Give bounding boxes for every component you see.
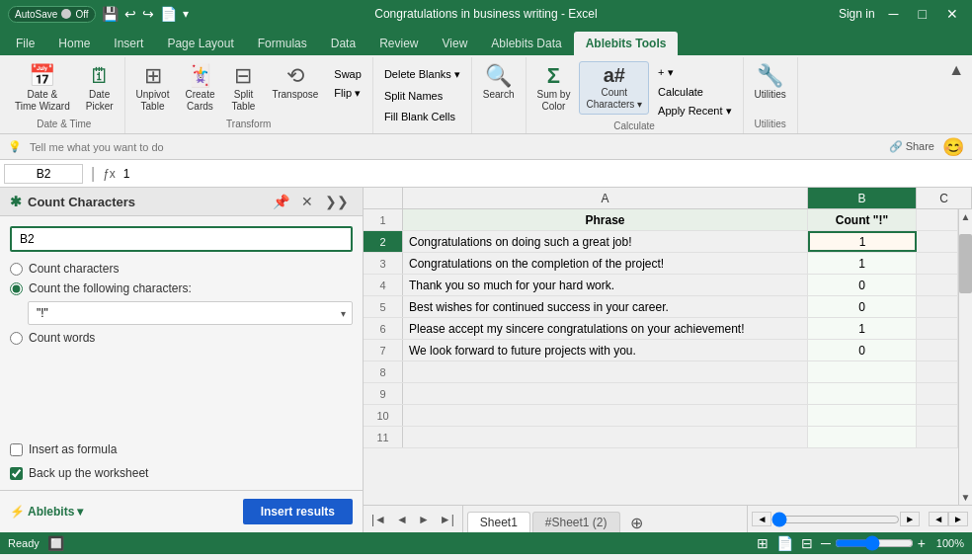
insert-results-button[interactable]: Insert results	[243, 499, 353, 524]
cell-c7[interactable]	[917, 340, 958, 360]
cell-a4[interactable]: Thank you so much for your hard work.	[403, 275, 808, 295]
cell-b9[interactable]	[808, 383, 917, 404]
scroll-thumb[interactable]	[959, 234, 972, 293]
cell-a10[interactable]	[403, 405, 808, 426]
cell-b3[interactable]: 1	[808, 253, 917, 274]
zoom-in-button[interactable]: +	[918, 535, 926, 551]
sheet-tab-sheet1-copy[interactable]: #Sheet1 (2)	[532, 512, 620, 532]
split-table-button[interactable]: ⊟ SplitTable	[223, 61, 263, 117]
cell-c4[interactable]	[917, 275, 958, 295]
zoom-slider[interactable]	[835, 535, 914, 551]
ribbon-collapse[interactable]: ▲	[944, 57, 968, 133]
option-count-following[interactable]: Count the following characters:	[10, 281, 353, 295]
cell-b10[interactable]	[808, 405, 917, 426]
range-input[interactable]	[10, 226, 353, 252]
utilities-button[interactable]: 🔧 Utilities	[748, 61, 793, 105]
search-button[interactable]: 🔍 Search	[476, 61, 522, 105]
close-button[interactable]: ✕	[940, 4, 964, 24]
page-view-icon[interactable]: 📄	[776, 535, 793, 551]
cell-b11[interactable]	[808, 427, 917, 447]
tab-page-layout[interactable]: Page Layout	[155, 32, 245, 55]
cell-c1[interactable]	[917, 209, 958, 230]
transpose-button[interactable]: ⟲ Transpose	[265, 61, 325, 105]
cell-a5[interactable]: Best wishes for continued success in you…	[403, 296, 808, 317]
insert-as-formula-checkbox[interactable]	[10, 443, 23, 456]
fx-label[interactable]: ƒx	[103, 167, 116, 181]
share-icon[interactable]: 🔗 Share	[889, 140, 934, 153]
chars-select[interactable]: "!"	[29, 302, 335, 324]
cell-b6[interactable]: 1	[808, 318, 917, 339]
unpivot-table-button[interactable]: ⊞ UnpivotTable	[129, 61, 177, 117]
ablebits-brand[interactable]: ⚡ Ablebits ▾	[10, 505, 83, 519]
cell-a3[interactable]: Congratulations on the completion of the…	[403, 253, 808, 274]
tab-ablebits-data[interactable]: Ablebits Data	[479, 32, 573, 55]
cell-a8[interactable]	[403, 361, 808, 382]
grid-view-icon[interactable]: ⊞	[757, 535, 769, 551]
more-icon[interactable]: ▾	[183, 7, 189, 21]
tab-home[interactable]: Home	[46, 32, 102, 55]
scroll-down-button[interactable]: ▼	[959, 490, 972, 505]
cell-c6[interactable]	[917, 318, 958, 339]
col-header-a[interactable]: A	[403, 188, 808, 208]
col-header-c[interactable]: C	[917, 188, 972, 208]
insert-as-formula-option[interactable]: Insert as formula	[10, 442, 353, 456]
chars-dropdown-arrow[interactable]: ▾	[335, 308, 352, 319]
name-box[interactable]	[4, 164, 83, 184]
cell-c3[interactable]	[917, 253, 958, 274]
signin-link[interactable]: Sign in	[839, 7, 875, 21]
cell-c10[interactable]	[917, 405, 958, 426]
tab-insert[interactable]: Insert	[102, 32, 155, 55]
sum-by-color-button[interactable]: Σ Sum byColor	[530, 61, 578, 117]
tab-formulas[interactable]: Formulas	[246, 32, 319, 55]
cell-a6[interactable]: Please accept my sincere congratulations…	[403, 318, 808, 339]
split-names-button[interactable]: Split Names	[377, 87, 449, 105]
cell-a7[interactable]: We look forward to future projects with …	[403, 340, 808, 360]
radio-count-following[interactable]	[10, 282, 23, 295]
restore-button[interactable]: □	[913, 4, 932, 24]
add-sheet-button[interactable]: ⊕	[622, 514, 651, 532]
sheet-nav-last[interactable]: ►|	[436, 511, 458, 528]
cell-a9[interactable]	[403, 383, 808, 404]
cell-c9[interactable]	[917, 383, 958, 404]
option-count-words[interactable]: Count words	[10, 331, 353, 345]
save-icon[interactable]: 💾	[102, 6, 119, 22]
sheet-nav-prev[interactable]: ◄	[392, 511, 412, 528]
h-scroll-track[interactable]	[771, 512, 900, 527]
swap-button[interactable]: Swap	[327, 65, 368, 83]
date-picker-button[interactable]: 🗓 DatePicker	[79, 61, 121, 117]
vertical-scrollbar[interactable]: ▲ ▼	[958, 209, 972, 505]
tab-view[interactable]: View	[431, 32, 480, 55]
plus-button[interactable]: + ▾	[651, 63, 738, 82]
new-icon[interactable]: 📄	[160, 6, 177, 22]
cell-b7[interactable]: 0	[808, 340, 917, 360]
formula-input[interactable]	[120, 167, 968, 181]
backup-worksheet-option[interactable]: Back up the worksheet	[10, 466, 353, 480]
radio-count-characters[interactable]	[10, 263, 23, 276]
cell-c5[interactable]	[917, 296, 958, 317]
autosave-toggle[interactable]: AutoSave Off	[8, 6, 96, 23]
tab-review[interactable]: Review	[367, 32, 430, 55]
tab-data[interactable]: Data	[319, 32, 367, 55]
tab-ablebits-tools[interactable]: Ablebits Tools	[574, 32, 679, 55]
radio-count-words[interactable]	[10, 332, 23, 345]
scroll-btn-1[interactable]: ◄	[929, 512, 948, 526]
fill-blank-cells-button[interactable]: Fill Blank Cells	[377, 108, 462, 125]
tab-file[interactable]: File	[4, 32, 46, 55]
help-input[interactable]	[30, 141, 881, 153]
cell-b8[interactable]	[808, 361, 917, 382]
cell-b2[interactable]: 1	[808, 231, 917, 252]
apply-recent-button[interactable]: Apply Recent ▾	[651, 102, 738, 120]
col-header-b[interactable]: B	[808, 188, 917, 208]
redo-icon[interactable]: ↪	[142, 6, 154, 22]
cell-b4[interactable]: 0	[808, 275, 917, 295]
panel-close-button[interactable]: ✕	[297, 194, 317, 209]
sheet-nav-first[interactable]: |◄	[367, 511, 390, 528]
panel-pin-button[interactable]: 📌	[269, 194, 293, 209]
chars-dropdown[interactable]: "!" ▾	[28, 301, 353, 325]
h-scroll-right[interactable]: ►	[900, 512, 920, 526]
delete-blanks-button[interactable]: Delete Blanks ▾	[377, 65, 467, 84]
zoom-out-button[interactable]: ─	[821, 535, 831, 551]
scroll-track[interactable]	[959, 224, 972, 490]
panel-expand-button[interactable]: ❯❯	[321, 194, 353, 209]
option-count-characters[interactable]: Count characters	[10, 262, 353, 276]
